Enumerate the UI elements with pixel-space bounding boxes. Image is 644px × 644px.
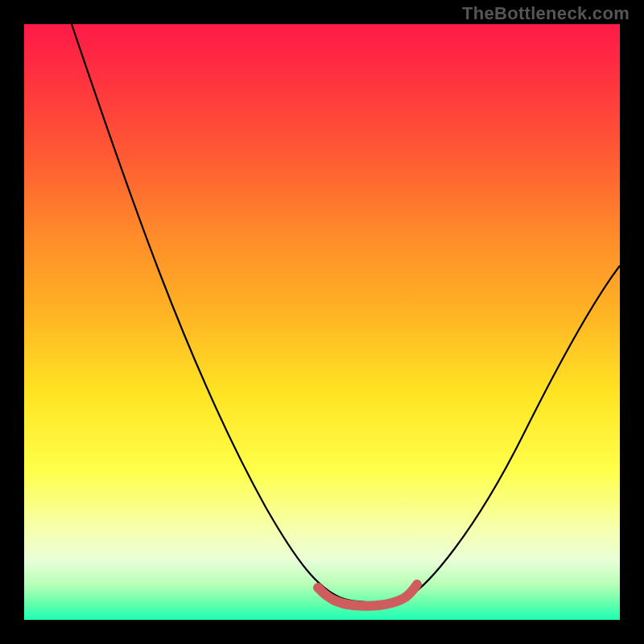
chart-plot-area	[24, 24, 620, 620]
optimal-range-marker	[318, 584, 417, 606]
bottleneck-curve	[24, 24, 620, 620]
curve-path	[72, 24, 620, 602]
watermark-text: TheBottleneck.com	[462, 3, 630, 24]
